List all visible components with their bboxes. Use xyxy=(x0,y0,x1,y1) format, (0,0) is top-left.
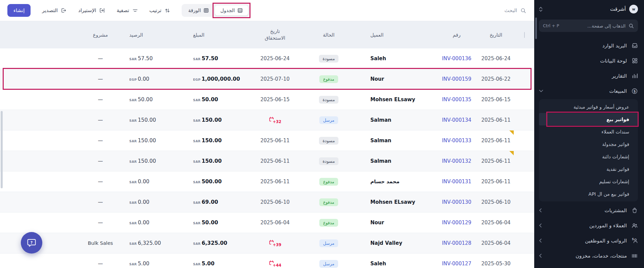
table-row[interactable]: 2025-06-04INV-000128Najd Valleyمرسل+39SA… xyxy=(0,233,534,254)
sidebar-menu: البريد الواردلوحة البياناتالتقارير$المبي… xyxy=(539,38,638,263)
status-badge: مدفوع xyxy=(319,178,338,186)
amount-value: 150.00 xyxy=(201,138,222,144)
sidebar-subitem-3-0[interactable]: عروض أسعار و فواتير مبدئية xyxy=(539,101,638,113)
table-row[interactable]: 2025-06-10INV-000130Mohsen ELsawyمدفوع20… xyxy=(0,192,534,213)
select-all-checkbox[interactable] xyxy=(524,32,525,38)
chevron-left-icon xyxy=(539,254,542,258)
header-amount[interactable]: المبلغ xyxy=(188,32,248,38)
status-badge: مدفوع xyxy=(319,219,338,227)
sidebar-collapse-control[interactable] xyxy=(539,7,543,12)
avatar[interactable]: w xyxy=(629,5,638,13)
amount-currency: SAR xyxy=(193,57,200,61)
amount-value: 150.00 xyxy=(201,117,222,123)
sidebar-subitem-3-2[interactable]: سندات العملاء xyxy=(539,125,638,138)
sidebar-item-3[interactable]: $المبيعات xyxy=(539,83,638,99)
sidebar-item-1[interactable]: لوحة البيانات xyxy=(539,53,638,68)
customer-name: Nour xyxy=(370,76,384,82)
date-cell: 2025-06-11 xyxy=(477,158,515,164)
header-date[interactable]: التاريخ xyxy=(477,32,515,38)
status-cell: مرسل xyxy=(302,239,356,247)
customer-cell: Saleh xyxy=(356,261,436,267)
go-to-page-search[interactable]: الذهاب إلى صفحة... Ctrl + P xyxy=(539,20,638,32)
header-status[interactable]: الحالة xyxy=(302,32,356,38)
invoice-number-link[interactable]: INV-000128 xyxy=(442,240,471,246)
invoice-number-link[interactable]: INV-000129 xyxy=(442,220,471,226)
table-row[interactable]: 2025-06-24INV-000136Salehمسودة2025-06-24… xyxy=(0,48,534,69)
date-cell: 2025-06-11 xyxy=(477,117,515,123)
payroll-icon: $ xyxy=(631,237,638,244)
filter-label: تصفية xyxy=(117,7,129,13)
invoice-number-link[interactable]: INV-000132 xyxy=(442,158,471,164)
filter-button[interactable]: تصفية xyxy=(117,7,138,13)
table-row[interactable]: 2025-06-11INV-000131محمد حساممدفوع2025-0… xyxy=(0,171,534,192)
help-chat-button[interactable]: ? xyxy=(21,232,42,254)
sidebar-item-2[interactable]: التقارير xyxy=(539,68,638,83)
sidebar-subitem-3-5[interactable]: فواتير نقدية xyxy=(539,163,638,175)
invoice-number-link[interactable]: INV-000127 xyxy=(442,261,471,267)
export-button[interactable]: التصدير xyxy=(42,7,67,13)
tab-sheet-view[interactable]: الورقة xyxy=(183,5,215,15)
table-search[interactable]: البحث xyxy=(504,7,526,13)
table-row[interactable]: 2025-06-15INV-000135Mohsen ELsawyمسودة20… xyxy=(0,89,534,110)
amount-value: 6,325.00 xyxy=(201,240,227,246)
invoice-number-link[interactable]: INV-000134 xyxy=(442,117,471,123)
header-balance[interactable]: الرصيد xyxy=(124,32,188,38)
sidebar-item-7[interactable]: منتجات، خدمات، مخزون xyxy=(539,248,638,263)
sort-button[interactable]: ترتيب xyxy=(149,7,170,13)
invoice-number-link[interactable]: INV-000133 xyxy=(442,138,471,144)
table-row[interactable]: 2025-06-11INV-000133Salmanمسودة2025-06-1… xyxy=(0,130,534,151)
balance-currency: SAR xyxy=(129,262,137,266)
customer-cell: Nour xyxy=(356,220,436,226)
header-project[interactable]: مشروع xyxy=(77,32,124,38)
status-badge: مدفوع xyxy=(319,198,338,206)
number-cell: INV-000131 xyxy=(436,179,477,185)
due-date-cell: 2025-06-11 xyxy=(248,138,302,144)
project-value: — xyxy=(98,55,103,62)
invoice-number-link[interactable]: INV-000159 xyxy=(442,76,471,82)
sidebar-scrollbar[interactable] xyxy=(535,17,537,39)
sidebar-item-5[interactable]: العملاء و الموردين xyxy=(539,218,638,233)
balance-cell: SAR57.50 xyxy=(124,55,188,62)
table-row[interactable]: 2025-06-22INV-000159Nourمدفوع2025-07-10E… xyxy=(0,69,534,89)
invoice-number-link[interactable]: INV-000130 xyxy=(442,199,471,205)
table-row[interactable]: 2025-05-30INV-000127Salehمرسل+44SAR5.00S… xyxy=(0,254,534,268)
balance-currency: SAR xyxy=(129,160,137,163)
sidebar: w أشرقت الذهاب إلى صفحة... Ctrl + P البر… xyxy=(534,0,644,268)
sidebar-subitem-3-3[interactable]: فواتير مجدولة xyxy=(539,138,638,150)
sidebar-item-4[interactable]: المشتريات xyxy=(539,203,638,218)
import-button[interactable]: الإستيراد xyxy=(78,7,105,13)
invoice-number-link[interactable]: INV-000136 xyxy=(442,55,471,62)
sidebar-item-0[interactable]: البريد الوارد xyxy=(539,38,638,53)
create-button[interactable]: إنشاء xyxy=(7,4,31,17)
table-row[interactable]: 2025-06-11INV-000132Salmanمسودة2025-06-1… xyxy=(0,151,534,171)
balance-value: 6,325.00 xyxy=(138,240,161,246)
amount-currency: SAR xyxy=(193,201,200,204)
sidebar-subitem-3-6[interactable]: إشعارات تسليم xyxy=(539,175,638,188)
sidebar-item-label: الرواتب و الموظفين xyxy=(585,238,627,244)
amount-currency: SAR xyxy=(193,98,200,102)
status-cell: مدفوع xyxy=(302,178,356,186)
status-cell: مدفوع xyxy=(302,219,356,227)
main-scrollbar[interactable] xyxy=(1,111,3,188)
table-row[interactable]: 2025-06-11INV-000134Salmanمرسل+32SAR150.… xyxy=(0,110,534,130)
header-number[interactable]: رقم xyxy=(436,32,477,38)
amount-cell: SAR57.50 xyxy=(188,55,248,62)
invoice-number-link[interactable]: INV-000131 xyxy=(442,179,471,185)
invoice-number-link[interactable]: INV-000135 xyxy=(442,97,471,103)
sidebar-item-6[interactable]: $الرواتب و الموظفين xyxy=(539,233,638,248)
sidebar-subitem-3-7[interactable]: فواتير بيع من ال API xyxy=(539,188,638,200)
due-date: 2025-06-11 xyxy=(260,138,289,144)
balance-currency: SAR xyxy=(129,57,137,61)
table-row[interactable]: 2025-06-04INV-000129Nourمدفوع2025-06-04S… xyxy=(0,213,534,233)
sidebar-subitem-3-1[interactable]: فواتير بيع xyxy=(539,113,638,125)
tab-table-view[interactable]: الجدول xyxy=(215,5,248,15)
sidebar-subitem-3-4[interactable]: إشعارات دائنة xyxy=(539,150,638,163)
customer-name: Salman xyxy=(370,117,392,123)
due-date-cell: 2025-06-15 xyxy=(248,97,302,103)
number-cell: INV-000130 xyxy=(436,199,477,205)
number-cell: INV-000129 xyxy=(436,220,477,226)
header-customer[interactable]: العميل xyxy=(356,32,436,38)
header-due-date[interactable]: تاريخ الاستحقاق xyxy=(248,28,302,41)
project-value: — xyxy=(98,76,103,82)
filter-icon xyxy=(132,8,138,13)
